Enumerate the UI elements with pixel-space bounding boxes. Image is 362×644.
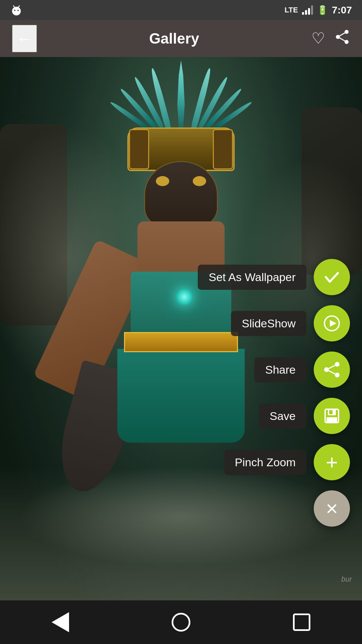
nav-back-button[interactable] <box>44 605 77 639</box>
time-display: 7:07 <box>332 4 352 16</box>
crown-detail-left <box>129 129 149 169</box>
fab-item-save: Save <box>259 398 350 434</box>
lte-label: LTE <box>285 6 298 14</box>
fab-item-close: × <box>314 490 350 527</box>
svg-point-3 <box>14 10 15 11</box>
recents-square-icon <box>293 613 310 631</box>
svg-line-5 <box>13 6 14 7</box>
plus-icon: + <box>326 452 338 473</box>
action-icons: ♡ <box>311 29 350 48</box>
fab-item-slideshow: SlideShow <box>231 305 350 341</box>
fab-label-wallpaper: Set As Wallpaper <box>198 265 306 290</box>
battery-icon: 🔋 <box>317 5 328 15</box>
feather-center <box>177 60 185 134</box>
svg-point-4 <box>17 10 19 11</box>
slideshow-button[interactable] <box>314 305 350 341</box>
svg-rect-1 <box>13 10 14 12</box>
page-title: Gallery <box>37 30 311 47</box>
svg-line-10 <box>338 32 347 37</box>
watermark: bur <box>341 575 352 584</box>
signal-icon <box>302 5 313 15</box>
set-wallpaper-button[interactable] <box>314 259 350 295</box>
pinch-zoom-button[interactable]: + <box>314 444 350 480</box>
fab-item-wallpaper: Set As Wallpaper <box>198 259 350 295</box>
svg-line-18 <box>326 370 337 375</box>
close-icon: × <box>326 498 338 519</box>
mask-eye-left <box>156 176 169 186</box>
share-button[interactable] <box>314 352 350 388</box>
fab-menu: Set As Wallpaper SlideShow Share <box>198 259 350 527</box>
back-triangle-icon <box>52 612 69 632</box>
nav-bar <box>0 600 362 644</box>
svg-line-11 <box>338 37 347 42</box>
save-button[interactable] <box>314 398 350 434</box>
svg-rect-21 <box>326 417 337 423</box>
home-circle-icon <box>172 613 190 632</box>
close-fab-button[interactable]: × <box>314 490 350 527</box>
mask-face <box>144 161 218 228</box>
nav-home-button[interactable] <box>164 605 198 639</box>
teal-orb <box>176 288 193 305</box>
main-image[interactable]: bur Set As Wallpaper SlideShow Shar <box>0 57 362 600</box>
status-right: LTE 🔋 7:07 <box>285 4 352 16</box>
fab-label-slideshow: SlideShow <box>231 311 306 336</box>
fab-item-pinch-zoom: Pinch Zoom + <box>224 444 350 480</box>
status-android-icon <box>10 4 23 16</box>
status-bar: LTE 🔋 7:07 <box>0 0 362 20</box>
svg-line-6 <box>18 6 19 7</box>
fab-label-save: Save <box>259 404 307 429</box>
fab-label-pinch-zoom: Pinch Zoom <box>224 450 306 475</box>
nav-recents-button[interactable] <box>285 605 318 639</box>
crown-detail-right <box>213 129 233 169</box>
svg-marker-13 <box>330 320 337 327</box>
fab-item-share: Share <box>254 352 350 388</box>
svg-rect-22 <box>329 410 333 414</box>
share-header-button[interactable] <box>335 29 350 48</box>
svg-rect-2 <box>19 10 20 12</box>
mask-eye-right <box>193 176 206 186</box>
fab-label-share: Share <box>254 357 306 382</box>
app-bar: ← Gallery ♡ <box>0 20 362 57</box>
back-button[interactable]: ← <box>12 25 37 52</box>
favorite-button[interactable]: ♡ <box>311 29 325 48</box>
svg-line-17 <box>326 364 337 370</box>
